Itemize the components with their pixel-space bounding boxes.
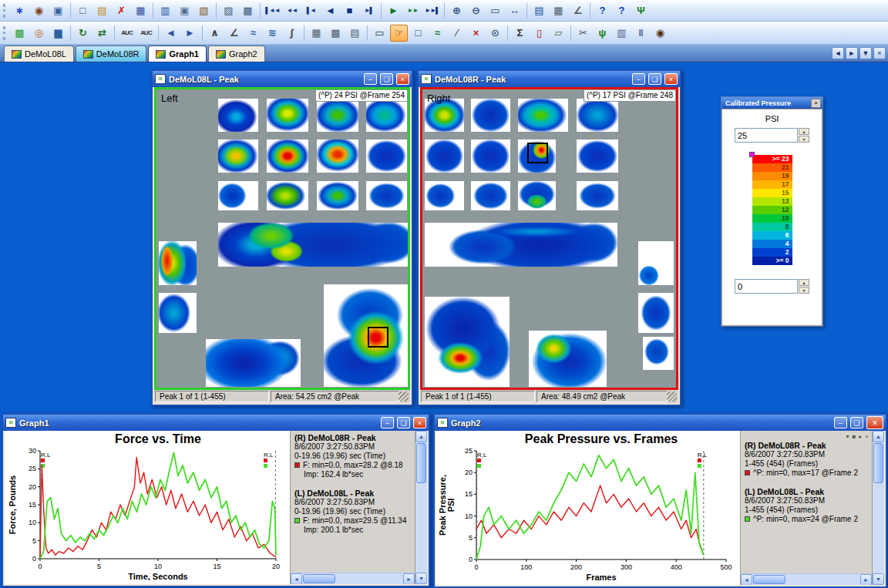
sensor-cell[interactable]: [218, 181, 258, 210]
inspect-icon[interactable]: ⊙: [486, 25, 504, 42]
force-vs-time-chart[interactable]: Force vs. Time05101520253005101520Time, …: [5, 431, 290, 584]
color-tiles-icon[interactable]: ▩: [11, 25, 29, 42]
film-strip-icon[interactable]: ▩: [239, 2, 257, 19]
export-chart-icon[interactable]: ▱: [550, 25, 567, 42]
horizontal-scrollbar[interactable]: ◄ ►: [291, 573, 415, 584]
scissors-icon[interactable]: ✂: [574, 25, 592, 42]
multi-wave-icon[interactable]: ≋: [264, 25, 281, 42]
strip-view-icon[interactable]: ▤: [346, 25, 364, 42]
help-icon[interactable]: ?: [594, 2, 611, 19]
fast-forward-icon[interactable]: ►►: [404, 2, 422, 19]
save-file-icon[interactable]: ▦: [132, 2, 150, 19]
max-pressure-input[interactable]: [735, 128, 798, 143]
sensor-cell[interactable]: [425, 181, 464, 210]
minimize-button[interactable]: –: [364, 73, 377, 85]
resize-grip[interactable]: [667, 391, 677, 402]
sensor-cell[interactable]: [218, 223, 408, 267]
pressure-map-right[interactable]: [422, 89, 676, 388]
sensor-cell[interactable]: [577, 99, 618, 132]
pan-arrows-icon[interactable]: ↔: [506, 2, 523, 19]
tile-windows-icon[interactable]: ▣: [49, 2, 67, 19]
scroll-right-button[interactable]: ►: [860, 574, 872, 585]
columns-icon[interactable]: ▥: [613, 25, 631, 42]
window-titlebar[interactable]: ≈ Graph1 – ❏ ×: [3, 415, 429, 431]
scroll-left-button[interactable]: ◄: [291, 573, 302, 584]
scroll-up-button[interactable]: ▲: [873, 431, 884, 442]
sensor-cell[interactable]: [643, 337, 674, 370]
legend-play-icon[interactable]: ▸: [859, 433, 862, 440]
split-view-icon[interactable]: ‖: [632, 25, 650, 42]
sensor-cell[interactable]: [206, 339, 301, 387]
restore-button[interactable]: ❏: [850, 417, 863, 428]
selection-box[interactable]: [368, 327, 388, 348]
matrix-view-icon[interactable]: ▩: [327, 25, 345, 42]
tab-graph2[interactable]: Graph2: [208, 45, 265, 62]
play-icon[interactable]: ►: [385, 2, 402, 19]
sensor-cell[interactable]: [366, 181, 407, 210]
zoom-box-icon[interactable]: □: [409, 25, 427, 42]
tab-scroll-right-button[interactable]: ►: [846, 47, 858, 59]
sensor-cell[interactable]: [638, 241, 674, 285]
restore-button[interactable]: ❏: [380, 73, 393, 85]
vertical-scrollbar[interactable]: ▲ ▼: [872, 431, 884, 585]
antenna-icon[interactable]: Ψ: [632, 2, 650, 19]
grid-view-icon[interactable]: ▦: [308, 25, 325, 42]
snapshot-icon[interactable]: ▨: [220, 2, 237, 19]
spin-up-button[interactable]: ▲: [799, 128, 809, 135]
scroll-right-button[interactable]: ►: [403, 573, 415, 584]
movie-camera-icon[interactable]: ◉: [30, 2, 48, 19]
growth-icon[interactable]: ψ: [594, 25, 611, 42]
zoom-out-icon[interactable]: ⊖: [467, 2, 485, 19]
prev-region-icon[interactable]: ◄: [162, 25, 180, 42]
camera-icon[interactable]: ◉: [651, 25, 669, 42]
legend-menu-icon[interactable]: ▾: [846, 433, 849, 440]
paste-icon[interactable]: ▧: [195, 2, 213, 19]
minimize-button[interactable]: –: [834, 417, 847, 428]
refresh-icon[interactable]: ↻: [74, 25, 92, 42]
sensor-cell[interactable]: [317, 139, 358, 173]
sensor-cell[interactable]: [267, 139, 308, 173]
sensor-cell[interactable]: [425, 223, 617, 267]
scroll-down-button[interactable]: ▼: [873, 573, 884, 585]
vertical-scrollbar[interactable]: ▲ ▼: [415, 431, 427, 584]
angle-tool-icon[interactable]: ∠: [225, 25, 243, 42]
sum-icon[interactable]: Σ: [511, 25, 529, 42]
window-titlebar[interactable]: ≈ DeMoL08R - Peak – ❏ ×: [419, 71, 680, 87]
pressure-map-left[interactable]: [156, 89, 408, 388]
bar-chart-icon[interactable]: ▆: [49, 25, 67, 42]
target-icon[interactable]: ◎: [30, 25, 48, 42]
hand-tool-icon[interactable]: ☞: [390, 25, 408, 42]
line-graph-icon[interactable]: ≈: [429, 25, 446, 42]
resize-grip[interactable]: [399, 391, 409, 402]
peak-pressure-vs-frames-chart[interactable]: Peak Pressure vs. Frames0510152025010020…: [436, 431, 740, 585]
sensor-cell[interactable]: [317, 99, 358, 132]
restore-button[interactable]: ❏: [648, 73, 661, 85]
select-box-icon[interactable]: ▭: [371, 25, 388, 42]
pointer-star-icon[interactable]: ∗: [11, 2, 29, 19]
sensor-cell[interactable]: [638, 293, 674, 333]
sensor-cell[interactable]: [518, 99, 568, 132]
scroll-left-button[interactable]: ◄: [741, 574, 752, 585]
auc-left-button[interactable]: AUC: [118, 25, 136, 42]
scrollbar-track[interactable]: [786, 574, 860, 585]
spin-down-button[interactable]: ▼: [799, 287, 809, 294]
zoom-window-icon[interactable]: ▭: [486, 2, 504, 19]
close-button[interactable]: ×: [866, 416, 883, 429]
minimize-button[interactable]: –: [632, 73, 645, 85]
window-titlebar[interactable]: ≈ Graph2 – ❏ ×: [435, 415, 886, 431]
scrollbar-track[interactable]: [415, 484, 427, 573]
stop-icon[interactable]: ■: [341, 2, 358, 19]
tab-demol08l[interactable]: DeMoL08L: [4, 45, 74, 62]
scrollbar-track[interactable]: [336, 573, 403, 584]
sensor-cell[interactable]: [529, 331, 606, 388]
integral-icon[interactable]: ∫: [283, 25, 301, 42]
report-icon[interactable]: ▯: [530, 25, 548, 42]
notebook-icon[interactable]: ▥: [156, 2, 174, 19]
close-button[interactable]: ×: [664, 73, 678, 85]
protractor-icon[interactable]: ∠: [569, 2, 587, 19]
min-pressure-input[interactable]: [735, 279, 798, 294]
sensor-cell[interactable]: [577, 139, 618, 173]
sensor-cell[interactable]: [159, 293, 197, 333]
measure-icon[interactable]: ∕: [448, 25, 466, 42]
close-button[interactable]: ×: [413, 417, 426, 428]
